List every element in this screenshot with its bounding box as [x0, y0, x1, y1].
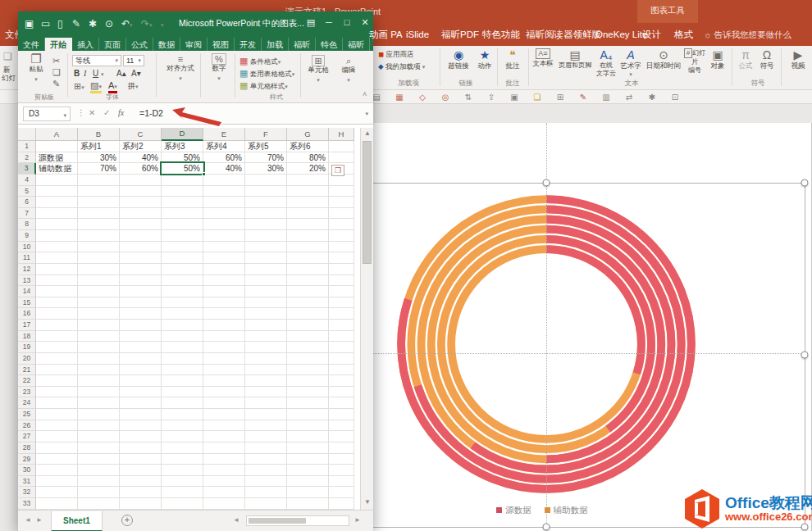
cell-A33[interactable] — [36, 498, 78, 510]
cell-A32[interactable] — [36, 487, 78, 498]
cell-D24[interactable] — [162, 397, 203, 409]
cell-C14[interactable] — [120, 286, 162, 297]
cell-C6[interactable] — [120, 197, 162, 208]
legend-item-helper[interactable]: 辅助数据 — [545, 505, 588, 516]
cell-H14[interactable] — [329, 286, 354, 297]
cell-B30[interactable] — [78, 465, 120, 476]
cell-D29[interactable] — [162, 454, 203, 465]
cell-F11[interactable] — [245, 252, 287, 264]
pa-box-icon[interactable]: ▣ — [509, 92, 520, 102]
minimize-icon[interactable]: ─ — [321, 17, 337, 27]
cell-H25[interactable] — [329, 409, 354, 420]
cell-F29[interactable] — [245, 454, 287, 465]
row-header-6[interactable]: 6 — [18, 197, 36, 208]
cell-G26[interactable] — [287, 420, 329, 432]
cell-G23[interactable] — [287, 387, 329, 398]
cell-D6[interactable] — [162, 197, 203, 208]
cell-G24[interactable] — [287, 397, 329, 409]
handle-top-right[interactable] — [801, 179, 809, 187]
cell-C24[interactable] — [120, 397, 162, 409]
cell-F4[interactable] — [245, 175, 287, 186]
cell-C11[interactable] — [120, 252, 162, 264]
cell-A23[interactable] — [36, 387, 78, 398]
cell-H30[interactable] — [329, 465, 354, 476]
cell-A31[interactable] — [36, 476, 78, 488]
cell-F25[interactable] — [245, 409, 287, 420]
open-icon[interactable]: ▭ — [41, 17, 50, 30]
scroll-down-icon[interactable]: ▼ — [361, 498, 374, 506]
cell-E18[interactable] — [203, 331, 245, 343]
cell-D27[interactable] — [162, 431, 203, 442]
cell-E31[interactable] — [203, 476, 245, 488]
cell-H11[interactable] — [329, 252, 354, 264]
cell-D7[interactable] — [162, 208, 203, 220]
cell-D10[interactable] — [162, 242, 203, 253]
text-box-button[interactable]: A≡文本框 — [530, 48, 556, 67]
cell-C28[interactable] — [120, 442, 162, 454]
cell-F7[interactable] — [245, 208, 287, 220]
cell-F30[interactable] — [245, 465, 287, 476]
cell-H22[interactable] — [329, 375, 354, 387]
font-name-select[interactable]: 等线 ▾ — [72, 55, 121, 66]
cell-A9[interactable] — [36, 230, 78, 242]
cell-A21[interactable] — [36, 365, 78, 376]
cell-F26[interactable] — [245, 420, 287, 432]
cell-B4[interactable] — [78, 175, 120, 186]
cell-A16[interactable] — [36, 308, 78, 320]
cell-E25[interactable] — [203, 409, 245, 420]
cell-H18[interactable] — [329, 331, 354, 343]
cell-E5[interactable] — [203, 186, 245, 197]
slide-number-button[interactable]: #幻灯片编号 — [682, 48, 707, 75]
cell-B7[interactable] — [78, 208, 120, 220]
cell-F22[interactable] — [245, 375, 287, 387]
ppt-tab-6[interactable]: OneKey Lite — [595, 23, 647, 46]
cell-G20[interactable] — [287, 353, 329, 365]
cell-H7[interactable] — [329, 208, 354, 220]
cell-D20[interactable] — [162, 353, 203, 365]
pa-align-export-icon[interactable]: ⇅ — [463, 92, 474, 102]
sheet-tab-sheet1[interactable]: Sheet1 — [51, 511, 103, 531]
ink-icon[interactable]: ✎ — [72, 17, 80, 30]
cell-F15[interactable] — [245, 297, 287, 309]
symbol-button[interactable]: Ω符号 — [756, 48, 778, 70]
cell-F17[interactable] — [245, 320, 287, 331]
cell-H9[interactable] — [329, 230, 354, 242]
cell-G13[interactable] — [287, 275, 329, 287]
cell-B17[interactable] — [78, 320, 120, 331]
column-header-B[interactable]: B — [78, 128, 120, 141]
cell-G9[interactable] — [287, 230, 329, 242]
cell-E22[interactable] — [203, 375, 245, 387]
pa-pin-icon[interactable]: ✱ — [646, 92, 658, 102]
cancel-entry-icon[interactable]: ✕ — [89, 108, 95, 117]
row-header-2[interactable]: 2 — [18, 152, 36, 164]
cell-C21[interactable] — [120, 365, 162, 376]
cell-A8[interactable] — [36, 219, 78, 230]
row-header-18[interactable]: 18 — [18, 331, 36, 343]
ppt-tab-8[interactable]: 格式 — [674, 23, 693, 46]
cell-D11[interactable] — [162, 252, 203, 264]
cell-C8[interactable] — [120, 219, 162, 230]
cell-F12[interactable] — [245, 264, 287, 275]
expand-formulabar-icon[interactable]: ▾ — [365, 111, 368, 117]
cell-E30[interactable] — [203, 465, 245, 476]
cell-A17[interactable] — [36, 320, 78, 331]
cell-H29[interactable] — [329, 454, 354, 465]
cell-G32[interactable] — [287, 487, 329, 498]
cell-F8[interactable] — [245, 219, 287, 230]
cell-G4[interactable] — [287, 175, 329, 186]
formula-text[interactable]: =1-D2 — [139, 108, 163, 118]
cell-E16[interactable] — [203, 308, 245, 320]
cell-F20[interactable] — [245, 353, 287, 365]
cell-C18[interactable] — [120, 331, 162, 343]
cell-A10[interactable] — [36, 242, 78, 253]
cell-H5[interactable] — [329, 186, 354, 197]
cell-A30[interactable] — [36, 465, 78, 476]
cell-E24[interactable] — [203, 397, 245, 409]
column-header-G[interactable]: G — [287, 128, 329, 141]
cell-B29[interactable] — [78, 454, 120, 465]
cell-C31[interactable] — [120, 476, 162, 488]
row-header-27[interactable]: 27 — [18, 431, 36, 442]
column-header-D[interactable]: D — [162, 128, 203, 141]
cell-G19[interactable] — [287, 342, 329, 353]
cell-D9[interactable] — [162, 230, 203, 242]
